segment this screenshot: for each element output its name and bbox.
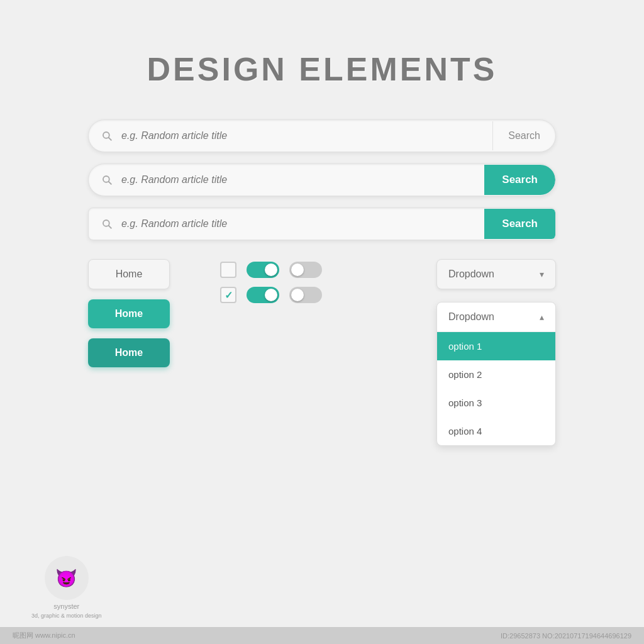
chevron-down-icon: ▾ [540,269,544,279]
search-bar-1: Search [88,119,556,152]
toggle-knob-1 [265,264,277,276]
toggle-on-1[interactable] [247,262,279,278]
toggle-knob-2 [291,264,304,276]
checkmark-icon: ✓ [225,289,233,301]
bottom-bar-left: 昵图网 www.nipic.cn [13,631,75,640]
search-button-3[interactable]: Search [484,209,555,239]
svg-line-3 [109,182,111,184]
bottom-bar-right: ID:29652873 NO:20210717194644696129 [501,632,631,640]
dropdown-column: Dropdown ▾ Dropdown ▴ option 1 option 2 … [436,259,556,446]
checkbox-unchecked[interactable] [220,262,236,278]
controls-column: ✓ [220,262,322,303]
toggle-knob-3 [265,289,277,301]
dropdown-closed[interactable]: Dropdown ▾ [436,259,556,289]
control-row-1 [220,262,322,278]
dropdown-option-2[interactable]: option 2 [437,360,555,389]
search-button-2[interactable]: Search [484,165,555,195]
svg-line-1 [109,138,111,140]
buttons-column: Home Home Home [88,259,189,367]
dropdown-option-3[interactable]: option 3 [437,389,555,417]
watermark-name: synyster [53,602,79,610]
search-bar-3: Search [88,208,556,240]
dropdown-option-4[interactable]: option 4 [437,417,555,445]
watermark-subtitle: 3d, graphic & motion design [31,613,102,619]
toggle-knob-4 [291,289,304,301]
dropdown-open-header[interactable]: Dropdown ▴ [437,303,555,332]
home-button-teal-dark[interactable]: Home [88,338,170,367]
search-button-1[interactable]: Search [492,121,555,150]
checkbox-checked[interactable]: ✓ [220,287,236,303]
search-icon-1 [89,130,121,142]
home-button-teal[interactable]: Home [88,299,170,328]
search-input-2[interactable] [121,164,484,196]
dropdown-closed-label: Dropdown [448,269,494,280]
toggle-off-1[interactable] [289,262,322,278]
dropdown-option-1[interactable]: option 1 [437,332,555,360]
search-input-3[interactable] [121,208,484,240]
search-input-1[interactable] [121,120,492,152]
dropdown-open-label: Dropdown [448,311,494,323]
watermark: 😈 synyster 3d, graphic & motion design [31,556,102,619]
toggle-on-2[interactable] [247,287,279,303]
search-icon-3 [89,218,121,230]
bottom-bar: 昵图网 www.nipic.cn ID:29652873 NO:20210717… [0,627,644,644]
home-button-plain[interactable]: Home [88,259,170,289]
control-row-2: ✓ [220,287,322,303]
watermark-logo: 😈 [45,556,89,600]
dropdown-open: Dropdown ▴ option 1 option 2 option 3 op… [436,302,556,446]
page-title: DESIGN ELEMENTS [0,0,644,88]
toggle-off-2[interactable] [289,287,322,303]
chevron-up-icon: ▴ [540,312,544,322]
svg-line-5 [109,226,111,228]
search-bar-2: Search [88,164,556,196]
search-icon-2 [89,174,121,186]
